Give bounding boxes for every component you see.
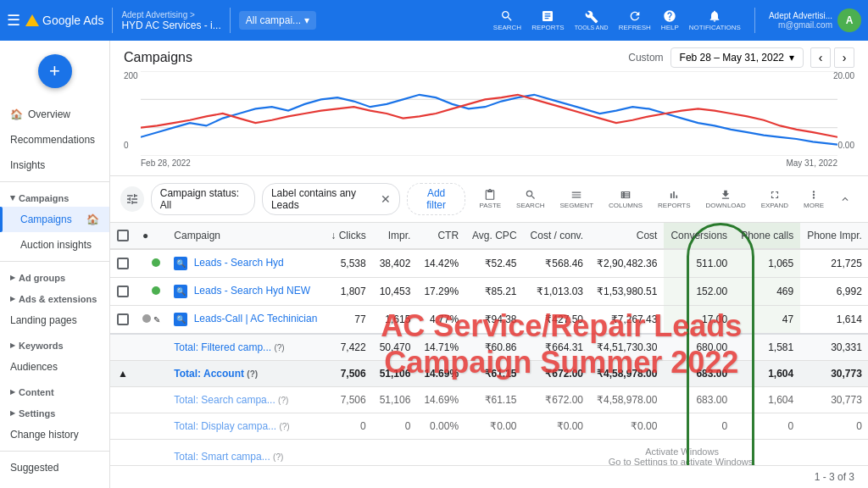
reports-nav-icon[interactable]: REPORTS: [531, 9, 565, 31]
filter-label-leads-text: Label contains any Leads: [271, 187, 377, 211]
row2-phone-calls: 469: [734, 278, 800, 306]
filter-options-button[interactable]: [120, 186, 144, 212]
tools-nav-icon[interactable]: TOOLS AND: [575, 10, 609, 30]
account-info[interactable]: Adept Advertisi... m@gmail.com A: [769, 8, 861, 32]
col-cpc[interactable]: Avg. CPC: [465, 223, 523, 249]
pagination-text: 1 - 3 of 3: [815, 471, 854, 483]
sidebar-item-suggested[interactable]: Suggested: [0, 455, 109, 480]
columns-button[interactable]: COLUMNS: [602, 186, 649, 213]
row1-impr: 38,402: [373, 249, 418, 278]
col-ctr[interactable]: CTR: [417, 223, 465, 249]
col-cost[interactable]: Cost: [590, 223, 664, 249]
sidebar-section-settings[interactable]: ▸ Settings: [0, 401, 109, 422]
sidebar-item-audiences[interactable]: Audiences: [0, 354, 109, 380]
search-total-label: Total: Search campa... (?): [167, 387, 324, 413]
create-fab-button[interactable]: +: [38, 54, 72, 88]
row3-cpc: ₹94.38: [465, 306, 523, 335]
row2-cpc: ₹85.21: [465, 278, 523, 306]
account-total-label: Total: Account (?): [167, 361, 324, 387]
sidebar-item-landing-pages[interactable]: Landing pages: [0, 308, 109, 333]
filter-bar: Campaign status: All Label contains any …: [110, 176, 868, 223]
collapse-button[interactable]: [832, 190, 858, 208]
sidebar-item-recommendations[interactable]: Recommendations: [0, 127, 109, 152]
col-phone-impr[interactable]: Phone Impr.: [800, 223, 868, 249]
add-filter-button[interactable]: Add filter: [407, 183, 466, 215]
download-button[interactable]: DOWNLOAD: [699, 186, 753, 213]
refresh-nav-icon[interactable]: REFRESH: [619, 9, 651, 31]
row2-cost: ₹1,53,980.51: [590, 278, 664, 306]
chart-controls: Custom Feb 28 – May 31, 2022 ▾ ‹ ›: [628, 47, 854, 68]
account-avatar[interactable]: A: [837, 8, 861, 32]
col-clicks[interactable]: ↓ Clicks: [324, 223, 372, 249]
row2-checkbox[interactable]: [110, 278, 136, 306]
row-checkbox[interactable]: [117, 286, 129, 297]
row1-cost: ₹2,90,482.36: [590, 249, 664, 278]
y-axis-left-top: 200: [124, 71, 138, 80]
notifications-nav-label: NOTIFICATIONS: [689, 24, 741, 31]
select-all-checkbox[interactable]: [117, 230, 129, 241]
sidebar-item-devices[interactable]: Devices: [0, 480, 109, 488]
notifications-nav-icon[interactable]: NOTIFICATIONS: [689, 9, 741, 31]
google-ads-text: Google Ads: [42, 14, 103, 27]
campaign-type-icon3: 🔍: [174, 313, 187, 326]
edit-icon[interactable]: ✎: [153, 315, 160, 324]
y-axis-left-bottom: 0: [124, 141, 129, 150]
chart-area: Campaigns Custom Feb 28 – May 31, 2022 ▾…: [110, 41, 868, 176]
col-impr[interactable]: Impr.: [373, 223, 418, 249]
collapse-icon[interactable]: ▲: [118, 368, 128, 380]
row1-campaign[interactable]: 🔍 Leads - Search Hyd: [167, 249, 324, 278]
sidebar-section-keywords[interactable]: ▸ Keywords: [0, 333, 109, 354]
chart-next-button[interactable]: ›: [834, 47, 854, 68]
paste-button[interactable]: PASTE: [472, 186, 508, 213]
sidebar-suggested-label: Suggested: [10, 462, 58, 474]
row3-checkbox[interactable]: [110, 306, 136, 335]
segment-button[interactable]: SEGMENT: [553, 186, 600, 213]
home-icon: 🏠: [10, 108, 23, 120]
col-phone-calls[interactable]: Phone calls: [734, 223, 800, 249]
row3-campaign[interactable]: 🔍 Leads-Call | AC Techinician: [167, 306, 324, 335]
more-button[interactable]: MORE: [797, 186, 831, 213]
sidebar-item-change-history[interactable]: Change history: [0, 422, 109, 447]
search-nav-icon[interactable]: SEARCH: [493, 9, 521, 31]
help-nav-label: HELP: [661, 24, 679, 31]
search-toolbar-button[interactable]: SEARCH: [509, 186, 551, 213]
chart-prev-button[interactable]: ‹: [810, 47, 831, 68]
sidebar-section-adgroups[interactable]: ▸ Ad groups: [0, 265, 109, 286]
help-icon5: (?): [273, 452, 283, 462]
sidebar-item-insights[interactable]: Insights: [0, 152, 109, 178]
row3-status: ✎: [136, 306, 167, 335]
date-range-button[interactable]: Feb 28 – May 31, 2022 ▾: [670, 47, 804, 68]
col-conversions[interactable]: Conversions: [664, 223, 734, 249]
display-total-row: Total: Display campa... (?) 0 0 0.00% ₹0…: [110, 413, 868, 440]
row-checkbox[interactable]: [117, 313, 129, 325]
sidebar-campaigns-section-label: Campaigns: [19, 193, 69, 203]
sidebar-item-overview[interactable]: 🏠 Overview: [0, 102, 109, 127]
col-campaign[interactable]: Campaign: [167, 223, 324, 249]
reports-toolbar-button[interactable]: REPORTS: [651, 186, 698, 213]
expand-button[interactable]: EXPAND: [754, 186, 795, 213]
sidebar-content-label: Content: [19, 387, 54, 397]
campaign-selector[interactable]: All campai... ▾: [239, 11, 316, 30]
help-nav-icon[interactable]: HELP: [661, 9, 679, 31]
sidebar-section-ads[interactable]: ▸ Ads & extensions: [0, 286, 109, 308]
col-cost-conv[interactable]: Cost / conv.: [524, 223, 590, 249]
filter-remove-icon[interactable]: ✕: [381, 192, 391, 206]
sidebar-change-label: Change history: [10, 429, 79, 441]
sidebar-item-auction-insights[interactable]: Auction insights: [0, 232, 109, 258]
row3-phone-calls: 47: [734, 306, 800, 335]
segment-label: SEGMENT: [559, 202, 593, 209]
row1-checkbox[interactable]: [110, 249, 136, 278]
sidebar-section-content[interactable]: ▸ Content: [0, 380, 109, 401]
sidebar-item-campaigns[interactable]: Campaigns 🏠: [0, 207, 109, 232]
account-email: m@gmail.com: [778, 20, 832, 30]
hamburger-menu[interactable]: ☰: [7, 11, 20, 30]
x-axis-start: Feb 28, 2022: [141, 158, 191, 168]
filter-label-leads[interactable]: Label contains any Leads ✕: [262, 183, 400, 215]
row3-impr: 1,615: [373, 306, 418, 335]
sidebar-section-campaigns[interactable]: ▾ Campaigns: [0, 186, 109, 207]
top-navigation: ☰ Google Ads Adept Advertising > HYD AC …: [0, 0, 868, 41]
row1-status: [136, 249, 167, 278]
reports-toolbar-label: REPORTS: [658, 202, 691, 209]
row2-campaign[interactable]: 🔍 Leads - Search Hyd NEW: [167, 278, 324, 306]
row-checkbox[interactable]: [117, 258, 129, 269]
